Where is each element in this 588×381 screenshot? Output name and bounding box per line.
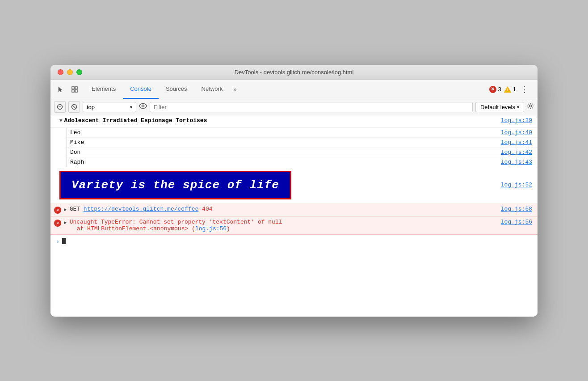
variety-log-row: Variety is the spice of life log.js:52 [50,167,538,203]
list-item: Mike log.js:41 [67,138,538,148]
settings-icon[interactable] [527,102,534,111]
error-circle-icon-2: ✕ [54,220,61,227]
tab-bar: Elements Console Sources Network » ✕ 3 [50,80,538,99]
warn-badge: ! 1 [504,86,516,93]
chevron-down-icon: ▾ [130,105,132,110]
type-error-expand-icon[interactable]: ▶ [64,220,67,225]
console-toolbar: top ▾ Default levels ▾ [50,99,538,115]
svg-rect-0 [72,87,74,89]
type-error-text: Uncaught TypeError: Cannot set property … [70,219,498,232]
error-badge: ✕ 3 [489,86,501,93]
log-link-43[interactable]: log.js:43 [501,159,532,165]
error-expand-icon[interactable]: ▶ [64,207,67,212]
group-header-text: Adolescent Irradiated Espionage Tortoise… [64,117,207,124]
type-error-row: ✕ ▶ Uncaught TypeError: Cannot set prope… [50,216,538,235]
minimize-button[interactable] [67,69,73,75]
error-circle-icon: ✕ [54,207,61,214]
title-bar: DevTools - devtools.glitch.me/console/lo… [50,65,538,80]
tab-sources[interactable]: Sources [159,80,194,99]
svg-rect-1 [75,87,77,89]
maximize-button[interactable] [76,69,82,75]
log-link-52[interactable]: log.js:52 [501,182,532,188]
warn-exclamation: ! [507,88,508,92]
list-item: Don log.js:42 [67,148,538,157]
variety-text: Variety is the spice of life [71,178,279,192]
cursor-icon[interactable] [54,83,67,96]
eye-icon[interactable] [139,103,147,111]
get-error-row: ✕ ▶ GET https://devtools.glitch.me/coffe… [50,203,538,216]
log-link-68[interactable]: log.js:68 [501,206,532,212]
get-error-text: GET https://devtools.glitch.me/coffee 40… [70,206,498,212]
console-input-row: › [50,235,538,247]
svg-rect-2 [72,90,74,92]
expand-triangle-icon[interactable]: ▼ [59,118,63,123]
error-icon: ✕ [489,86,496,93]
block-icon[interactable] [68,101,80,113]
svg-point-9 [142,105,144,107]
filter-input[interactable] [150,102,473,112]
svg-point-10 [529,105,532,107]
log-link-56[interactable]: log.js:56 [501,219,532,225]
window-title: DevTools - devtools.glitch.me/console/lo… [235,69,354,76]
log-levels-button[interactable]: Default levels ▾ [475,102,524,112]
toolbar-icons [54,83,84,96]
svg-rect-3 [75,90,77,92]
cursor [62,238,66,244]
tab-more[interactable]: » [230,80,240,99]
tab-network[interactable]: Network [194,80,230,99]
log-link-40[interactable]: log.js:40 [501,129,532,136]
type-error-line1: Uncaught TypeError: Cannot set property … [70,219,282,225]
log-link-41[interactable]: log.js:41 [501,139,532,146]
log-group-header[interactable]: ▼ Adolescent Irradiated Espionage Tortoi… [50,115,538,128]
type-error-line2: at HTMLButtonElement.<anonymous> (log.js… [70,225,230,232]
tab-elements[interactable]: Elements [84,80,123,99]
list-item: Leo log.js:40 [67,128,538,138]
inspect-icon[interactable] [68,83,81,96]
svg-point-8 [139,104,147,109]
devtools-window: DevTools - devtools.glitch.me/console/lo… [50,65,538,317]
context-selector[interactable]: top ▾ [83,102,136,112]
tabs: Elements Console Sources Network » [84,80,486,99]
svg-line-7 [73,106,76,109]
list-item: Raph log.js:43 [67,157,538,167]
log-link-42[interactable]: log.js:42 [501,149,532,156]
clear-console-button[interactable] [54,101,66,113]
tab-console[interactable]: Console [123,80,159,99]
toolbar-right: ✕ 3 ! 1 ⋮ [486,85,534,94]
more-menu-button[interactable]: ⋮ [519,85,530,94]
group-items: Leo log.js:40 Mike log.js:41 Don log.js:… [66,128,538,167]
console-content: ▼ Adolescent Irradiated Espionage Tortoi… [50,115,538,317]
variety-box: Variety is the spice of life [59,171,291,199]
log-link-39[interactable]: log.js:39 [501,117,532,124]
prompt-icon: › [56,238,59,245]
levels-chevron-icon: ▾ [517,105,519,110]
close-button[interactable] [58,69,63,75]
